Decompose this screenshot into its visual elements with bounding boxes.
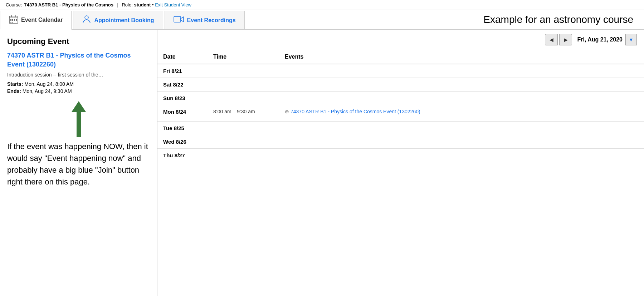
arrow-stem — [77, 112, 81, 137]
starts-label: Starts: — [7, 81, 23, 87]
date-picker-button[interactable]: ▼ — [625, 34, 637, 45]
svg-rect-6 — [14, 19, 15, 20]
cell-event — [279, 149, 644, 162]
course-info: Course: 74370 ASTR B1 - Physics of the C… — [6, 2, 113, 8]
cell-event — [279, 135, 644, 149]
cell-date: Thu 8/27 — [157, 149, 208, 162]
event-starts: Starts: Mon, Aug 24, 8:00 AM — [7, 81, 150, 87]
top-bar: Course: 74370 ASTR B1 - Physics of the C… — [0, 0, 644, 10]
svg-rect-15 — [174, 16, 181, 22]
cell-time — [208, 64, 279, 78]
calendar-nav: ◀ ▶ Fri, Aug 21, 2020 ▼ — [157, 30, 644, 50]
exit-student-view-link[interactable]: Exit Student View — [155, 2, 191, 8]
svg-rect-9 — [12, 20, 13, 21]
table-row: Sun 8/23 — [157, 92, 644, 105]
col-header-time: Time — [208, 50, 279, 64]
prev-week-button[interactable]: ◀ — [545, 34, 558, 45]
svg-rect-5 — [12, 19, 13, 20]
date-display: Fri, Aug 21, 2020 — [577, 36, 623, 43]
cell-date: Fri 8/21 — [157, 64, 208, 78]
svg-point-14 — [85, 16, 88, 19]
cell-date: Sat 8/22 — [157, 78, 208, 92]
cell-date: Wed 8/26 — [157, 135, 208, 149]
role-value: student — [134, 2, 151, 8]
svg-rect-12 — [10, 22, 11, 23]
table-row: Mon 8/248:00 am – 9:30 am⊕74370 ASTR B1 … — [157, 105, 644, 122]
calendar-area: ◀ ▶ Fri, Aug 21, 2020 ▼ Date Time Events… — [157, 30, 644, 296]
calendar-table: Date Time Events Fri 8/21Sat 8/22Sun 8/2… — [157, 50, 644, 162]
col-header-date: Date — [157, 50, 208, 64]
cell-event — [279, 122, 644, 135]
cell-time: 8:00 am – 9:30 am — [208, 105, 279, 122]
svg-rect-4 — [10, 19, 11, 20]
cell-event — [279, 64, 644, 78]
tab-event-calendar-label: Event Calendar — [21, 17, 63, 23]
starts-value: Mon, Aug 24, 8:00 AM — [24, 81, 74, 87]
tab-appointment-booking-label: Appointment Booking — [94, 17, 154, 24]
cell-date: Tue 8/25 — [157, 122, 208, 135]
arrow-annotation — [7, 101, 150, 137]
course-name: 74370 ASTR B1 - Physics of the Cosmos — [24, 2, 114, 8]
cell-event — [279, 92, 644, 105]
sidebar: Upcoming Event 74370 ASTR B1 - Physics o… — [0, 30, 157, 296]
cell-time — [208, 122, 279, 135]
arrow-up-icon — [72, 101, 86, 112]
role-label: Role: — [122, 2, 132, 8]
recordings-icon — [174, 15, 184, 25]
table-row: Wed 8/26 — [157, 135, 644, 149]
table-header-row: Date Time Events — [157, 50, 644, 64]
next-week-button[interactable]: ▶ — [559, 34, 572, 45]
svg-rect-7 — [16, 19, 17, 20]
event-description: Introduction session -- first session of… — [7, 72, 150, 78]
separator: | — [117, 2, 118, 8]
svg-rect-10 — [14, 20, 15, 21]
cell-date: Sun 8/23 — [157, 92, 208, 105]
cell-time — [208, 92, 279, 105]
event-ends: Ends: Mon, Aug 24, 9:30 AM — [7, 88, 150, 94]
main-layout: Upcoming Event 74370 ASTR B1 - Physics o… — [0, 30, 644, 296]
appointment-icon — [82, 15, 91, 26]
add-event-icon: ⊕ — [285, 109, 289, 114]
table-row: Fri 8/21 — [157, 64, 644, 78]
cell-event — [279, 78, 644, 92]
tab-event-calendar[interactable]: Event Calendar — [0, 11, 72, 30]
cell-time — [208, 135, 279, 149]
event-title-link[interactable]: 74370 ASTR B1 - Physics of the Cosmos Ev… — [7, 51, 150, 69]
cell-time — [208, 78, 279, 92]
example-title: Example for an astronomy course — [483, 14, 633, 25]
course-label: Course: — [6, 2, 22, 8]
col-header-events: Events — [279, 50, 644, 64]
event-link[interactable]: 74370 ASTR B1 - Physics of the Cosmos Ev… — [291, 109, 420, 114]
cell-time — [208, 149, 279, 162]
annotation-text: If the event was happening NOW, then it … — [7, 140, 150, 188]
tab-event-recordings[interactable]: Event Recordings — [165, 11, 245, 30]
table-row: Sat 8/22 — [157, 78, 644, 92]
table-row: Thu 8/27 — [157, 149, 644, 162]
tab-appointment-booking[interactable]: Appointment Booking — [73, 11, 163, 30]
cell-event[interactable]: ⊕74370 ASTR B1 - Physics of the Cosmos E… — [279, 105, 644, 122]
svg-rect-8 — [10, 20, 11, 21]
tab-event-recordings-label: Event Recordings — [187, 17, 236, 24]
calendar-icon — [9, 15, 18, 25]
svg-rect-13 — [12, 22, 13, 23]
tab-bar: Event Calendar Appointment Booking Event… — [0, 10, 644, 30]
svg-rect-11 — [16, 20, 17, 21]
ends-value: Mon, Aug 24, 9:30 AM — [23, 88, 72, 94]
ends-label: Ends: — [7, 88, 21, 94]
cell-date: Mon 8/24 — [157, 105, 208, 122]
upcoming-event-heading: Upcoming Event — [7, 37, 150, 46]
table-row: Tue 8/25 — [157, 122, 644, 135]
